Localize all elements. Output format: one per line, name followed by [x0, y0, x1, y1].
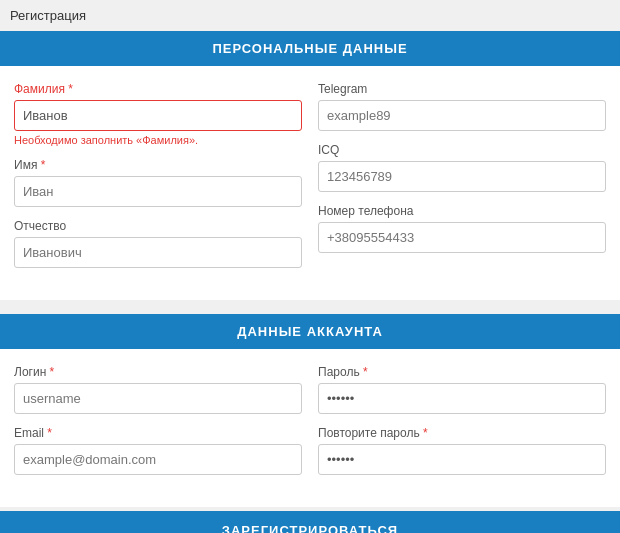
personal-section-header: ПЕРСОНАЛЬНЫЕ ДАННЫЕ: [0, 31, 620, 66]
personal-form-row: Фамилия * Необходимо заполнить «Фамилия»…: [14, 82, 606, 280]
login-required: *: [50, 365, 55, 379]
email-group: Email *: [14, 426, 302, 475]
submit-section: ЗАРЕГИСТРИРОВАТЬСЯ: [0, 511, 620, 533]
telegram-input[interactable]: [318, 100, 606, 131]
submit-button[interactable]: ЗАРЕГИСТРИРОВАТЬСЯ: [222, 523, 398, 533]
password-required: *: [363, 365, 368, 379]
patronymic-group: Отчество: [14, 219, 302, 268]
telegram-label: Telegram: [318, 82, 606, 96]
name-label: Имя *: [14, 158, 302, 172]
name-required: *: [41, 158, 46, 172]
password-group: Пароль *: [318, 365, 606, 414]
personal-section: ПЕРСОНАЛЬНЫЕ ДАННЫЕ Фамилия * Необходимо…: [0, 31, 620, 304]
personal-left-col: Фамилия * Необходимо заполнить «Фамилия»…: [14, 82, 302, 280]
surname-input[interactable]: [14, 100, 302, 131]
password-confirm-required: *: [423, 426, 428, 440]
surname-required: *: [68, 82, 73, 96]
phone-label: Номер телефона: [318, 204, 606, 218]
email-input[interactable]: [14, 444, 302, 475]
personal-right-col: Telegram ICQ Номер телефона: [318, 82, 606, 280]
password-confirm-group: Повторите пароль *: [318, 426, 606, 475]
surname-error: Необходимо заполнить «Фамилия».: [14, 134, 302, 146]
icq-input[interactable]: [318, 161, 606, 192]
login-group: Логин *: [14, 365, 302, 414]
patronymic-input[interactable]: [14, 237, 302, 268]
account-right-col: Пароль * Повторите пароль *: [318, 365, 606, 487]
password-confirm-input[interactable]: [318, 444, 606, 475]
email-label: Email *: [14, 426, 302, 440]
password-label: Пароль *: [318, 365, 606, 379]
account-form: Логин * Email *: [0, 349, 620, 511]
password-confirm-label: Повторите пароль *: [318, 426, 606, 440]
name-input[interactable]: [14, 176, 302, 207]
surname-label: Фамилия *: [14, 82, 302, 96]
name-group: Имя *: [14, 158, 302, 207]
surname-group: Фамилия * Необходимо заполнить «Фамилия»…: [14, 82, 302, 146]
account-left-col: Логин * Email *: [14, 365, 302, 487]
section-spacer: [0, 304, 620, 314]
phone-input[interactable]: [318, 222, 606, 253]
email-required: *: [47, 426, 52, 440]
login-input[interactable]: [14, 383, 302, 414]
password-input[interactable]: [318, 383, 606, 414]
telegram-group: Telegram: [318, 82, 606, 131]
page-title: Регистрация: [0, 0, 620, 31]
login-label: Логин *: [14, 365, 302, 379]
phone-group: Номер телефона: [318, 204, 606, 253]
account-form-row: Логин * Email *: [14, 365, 606, 487]
icq-group: ICQ: [318, 143, 606, 192]
patronymic-label: Отчество: [14, 219, 302, 233]
personal-form: Фамилия * Необходимо заполнить «Фамилия»…: [0, 66, 620, 304]
icq-label: ICQ: [318, 143, 606, 157]
account-section-header: ДАННЫЕ АККАУНТА: [0, 314, 620, 349]
account-section: ДАННЫЕ АККАУНТА Логин * Email *: [0, 314, 620, 511]
